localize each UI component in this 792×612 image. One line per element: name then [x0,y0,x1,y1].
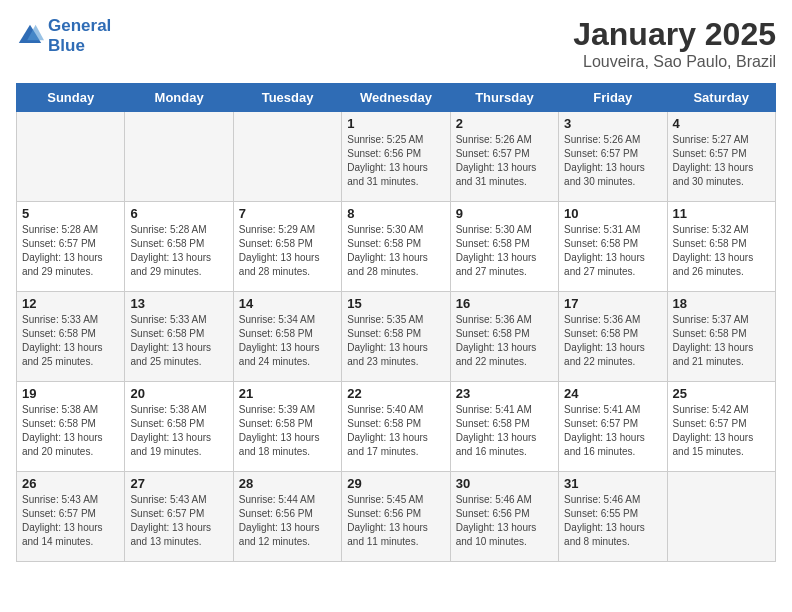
calendar-cell: 18 Sunrise: 5:37 AMSunset: 6:58 PMDaylig… [667,292,775,382]
logo-text: General Blue [48,16,111,56]
day-number: 18 [673,296,770,311]
day-info: Sunrise: 5:37 AMSunset: 6:58 PMDaylight:… [673,313,770,369]
calendar-week-row: 26 Sunrise: 5:43 AMSunset: 6:57 PMDaylig… [17,472,776,562]
day-number: 30 [456,476,553,491]
calendar-cell: 3 Sunrise: 5:26 AMSunset: 6:57 PMDayligh… [559,112,667,202]
day-number: 22 [347,386,444,401]
calendar-cell: 8 Sunrise: 5:30 AMSunset: 6:58 PMDayligh… [342,202,450,292]
calendar-header-row: SundayMondayTuesdayWednesdayThursdayFrid… [17,84,776,112]
day-info: Sunrise: 5:36 AMSunset: 6:58 PMDaylight:… [456,313,553,369]
calendar-cell: 31 Sunrise: 5:46 AMSunset: 6:55 PMDaylig… [559,472,667,562]
day-info: Sunrise: 5:41 AMSunset: 6:58 PMDaylight:… [456,403,553,459]
weekday-header: Monday [125,84,233,112]
title-block: January 2025 Louveira, Sao Paulo, Brazil [573,16,776,71]
calendar-cell: 25 Sunrise: 5:42 AMSunset: 6:57 PMDaylig… [667,382,775,472]
day-info: Sunrise: 5:43 AMSunset: 6:57 PMDaylight:… [130,493,227,549]
day-number: 1 [347,116,444,131]
day-number: 4 [673,116,770,131]
calendar-cell: 28 Sunrise: 5:44 AMSunset: 6:56 PMDaylig… [233,472,341,562]
day-number: 19 [22,386,119,401]
day-info: Sunrise: 5:31 AMSunset: 6:58 PMDaylight:… [564,223,661,279]
day-number: 31 [564,476,661,491]
day-number: 3 [564,116,661,131]
day-info: Sunrise: 5:33 AMSunset: 6:58 PMDaylight:… [22,313,119,369]
calendar-cell: 20 Sunrise: 5:38 AMSunset: 6:58 PMDaylig… [125,382,233,472]
day-number: 20 [130,386,227,401]
day-number: 27 [130,476,227,491]
calendar-cell: 30 Sunrise: 5:46 AMSunset: 6:56 PMDaylig… [450,472,558,562]
day-info: Sunrise: 5:28 AMSunset: 6:58 PMDaylight:… [130,223,227,279]
day-number: 14 [239,296,336,311]
calendar-table: SundayMondayTuesdayWednesdayThursdayFrid… [16,83,776,562]
calendar-week-row: 19 Sunrise: 5:38 AMSunset: 6:58 PMDaylig… [17,382,776,472]
page-header: General Blue January 2025 Louveira, Sao … [16,16,776,71]
day-number: 11 [673,206,770,221]
weekday-header: Thursday [450,84,558,112]
logo-icon [16,22,44,50]
day-info: Sunrise: 5:28 AMSunset: 6:57 PMDaylight:… [22,223,119,279]
day-number: 28 [239,476,336,491]
weekday-header: Friday [559,84,667,112]
calendar-cell: 17 Sunrise: 5:36 AMSunset: 6:58 PMDaylig… [559,292,667,382]
day-number: 9 [456,206,553,221]
calendar-cell: 29 Sunrise: 5:45 AMSunset: 6:56 PMDaylig… [342,472,450,562]
calendar-cell [17,112,125,202]
calendar-cell: 14 Sunrise: 5:34 AMSunset: 6:58 PMDaylig… [233,292,341,382]
calendar-cell [125,112,233,202]
day-info: Sunrise: 5:34 AMSunset: 6:58 PMDaylight:… [239,313,336,369]
calendar-cell: 7 Sunrise: 5:29 AMSunset: 6:58 PMDayligh… [233,202,341,292]
calendar-cell: 4 Sunrise: 5:27 AMSunset: 6:57 PMDayligh… [667,112,775,202]
day-info: Sunrise: 5:26 AMSunset: 6:57 PMDaylight:… [564,133,661,189]
calendar-title: January 2025 [573,16,776,53]
day-number: 7 [239,206,336,221]
day-info: Sunrise: 5:43 AMSunset: 6:57 PMDaylight:… [22,493,119,549]
calendar-cell: 12 Sunrise: 5:33 AMSunset: 6:58 PMDaylig… [17,292,125,382]
calendar-cell: 21 Sunrise: 5:39 AMSunset: 6:58 PMDaylig… [233,382,341,472]
calendar-cell: 5 Sunrise: 5:28 AMSunset: 6:57 PMDayligh… [17,202,125,292]
day-info: Sunrise: 5:30 AMSunset: 6:58 PMDaylight:… [347,223,444,279]
calendar-week-row: 12 Sunrise: 5:33 AMSunset: 6:58 PMDaylig… [17,292,776,382]
day-number: 8 [347,206,444,221]
day-info: Sunrise: 5:41 AMSunset: 6:57 PMDaylight:… [564,403,661,459]
day-info: Sunrise: 5:38 AMSunset: 6:58 PMDaylight:… [130,403,227,459]
calendar-cell: 2 Sunrise: 5:26 AMSunset: 6:57 PMDayligh… [450,112,558,202]
calendar-cell [233,112,341,202]
calendar-cell: 22 Sunrise: 5:40 AMSunset: 6:58 PMDaylig… [342,382,450,472]
calendar-cell: 15 Sunrise: 5:35 AMSunset: 6:58 PMDaylig… [342,292,450,382]
day-info: Sunrise: 5:27 AMSunset: 6:57 PMDaylight:… [673,133,770,189]
day-number: 10 [564,206,661,221]
day-number: 16 [456,296,553,311]
day-number: 5 [22,206,119,221]
calendar-cell: 9 Sunrise: 5:30 AMSunset: 6:58 PMDayligh… [450,202,558,292]
day-info: Sunrise: 5:46 AMSunset: 6:56 PMDaylight:… [456,493,553,549]
day-number: 6 [130,206,227,221]
calendar-cell: 1 Sunrise: 5:25 AMSunset: 6:56 PMDayligh… [342,112,450,202]
calendar-week-row: 1 Sunrise: 5:25 AMSunset: 6:56 PMDayligh… [17,112,776,202]
day-info: Sunrise: 5:46 AMSunset: 6:55 PMDaylight:… [564,493,661,549]
day-info: Sunrise: 5:36 AMSunset: 6:58 PMDaylight:… [564,313,661,369]
day-number: 29 [347,476,444,491]
day-info: Sunrise: 5:45 AMSunset: 6:56 PMDaylight:… [347,493,444,549]
calendar-cell: 27 Sunrise: 5:43 AMSunset: 6:57 PMDaylig… [125,472,233,562]
calendar-cell: 19 Sunrise: 5:38 AMSunset: 6:58 PMDaylig… [17,382,125,472]
calendar-cell: 6 Sunrise: 5:28 AMSunset: 6:58 PMDayligh… [125,202,233,292]
weekday-header: Tuesday [233,84,341,112]
calendar-cell: 24 Sunrise: 5:41 AMSunset: 6:57 PMDaylig… [559,382,667,472]
day-number: 13 [130,296,227,311]
day-info: Sunrise: 5:38 AMSunset: 6:58 PMDaylight:… [22,403,119,459]
day-info: Sunrise: 5:44 AMSunset: 6:56 PMDaylight:… [239,493,336,549]
day-info: Sunrise: 5:25 AMSunset: 6:56 PMDaylight:… [347,133,444,189]
day-number: 26 [22,476,119,491]
day-info: Sunrise: 5:32 AMSunset: 6:58 PMDaylight:… [673,223,770,279]
day-info: Sunrise: 5:39 AMSunset: 6:58 PMDaylight:… [239,403,336,459]
day-number: 25 [673,386,770,401]
day-number: 2 [456,116,553,131]
day-number: 21 [239,386,336,401]
day-number: 24 [564,386,661,401]
day-info: Sunrise: 5:42 AMSunset: 6:57 PMDaylight:… [673,403,770,459]
day-number: 23 [456,386,553,401]
weekday-header: Wednesday [342,84,450,112]
day-info: Sunrise: 5:33 AMSunset: 6:58 PMDaylight:… [130,313,227,369]
calendar-cell: 11 Sunrise: 5:32 AMSunset: 6:58 PMDaylig… [667,202,775,292]
calendar-cell [667,472,775,562]
